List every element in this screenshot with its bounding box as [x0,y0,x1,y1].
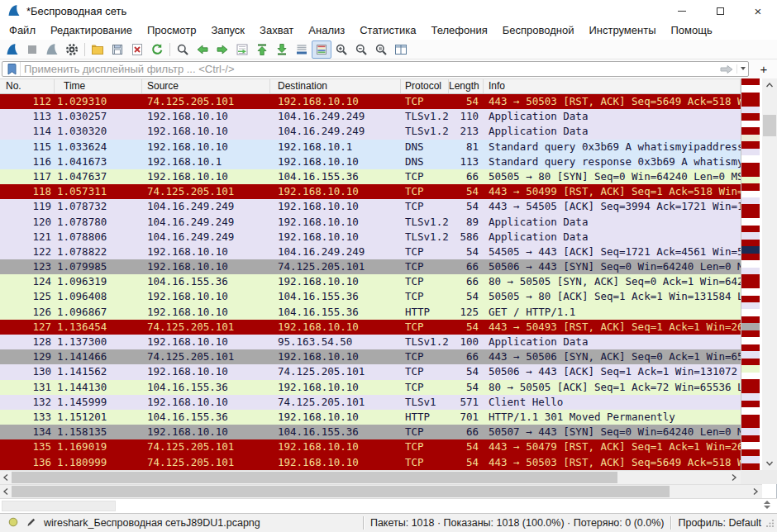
menu-item[interactable]: Захват [252,21,301,40]
packet-row[interactable]: 1131.030257192.168.10.10104.16.249.249TL… [0,109,741,124]
packet-row[interactable]: 1141.030320192.168.10.10104.16.249.249TL… [0,124,741,139]
cell-info: Application Data [484,335,741,349]
menu-item[interactable]: Анализ [301,21,352,40]
go-previous-icon[interactable] [193,40,212,59]
profile-label[interactable]: Профиль: Default [678,517,761,529]
go-first-icon[interactable] [252,40,272,59]
scroll-up-icon[interactable] [762,78,777,92]
menu-item[interactable]: Беспроводной [495,21,582,40]
packet-row[interactable]: 1331.151201104.16.155.36192.168.10.10HTT… [0,410,741,425]
expert-info-icon[interactable] [7,516,19,530]
open-file-icon[interactable] [88,40,107,59]
menu-item[interactable]: Редактирование [43,21,140,40]
cell-info: 443 → 50503 [RST, ACK] Seq=5649 Ack=518 … [484,455,741,470]
filter-bookmark-icon[interactable] [2,62,21,76]
filter-add-button[interactable]: + [756,62,772,76]
packet-list-header: No.TimeSourceDestinationProtocolLengthIn… [0,78,741,94]
pane-spin-control[interactable] [764,501,770,509]
column-header-no[interactable]: No. [0,79,55,93]
packet-list-horizontal-scrollbar[interactable] [0,470,741,484]
packet-row[interactable]: 1201.078780104.16.249.249192.168.10.10TL… [0,215,741,230]
main-toolbar [0,40,777,59]
packet-row[interactable]: 1211.078806104.16.249.249192.168.10.10TL… [0,230,741,245]
column-header-source[interactable]: Source [142,79,270,93]
display-filter-field[interactable] [2,61,749,77]
scroll-left-icon[interactable] [0,471,12,484]
packet-row[interactable]: 1291.14146674.125.205.101192.168.10.10TC… [0,349,741,364]
cell-info: 443 → 50506 [SYN, ACK] Seq=0 Ack=1 Win=6… [484,349,741,364]
packet-row[interactable]: 1191.078732104.16.249.249192.168.10.10TC… [0,199,741,214]
go-next-icon[interactable] [212,40,232,59]
close-file-icon[interactable] [127,40,147,59]
capture-options-icon[interactable] [62,40,82,59]
packet-row[interactable]: 1121.02931074.125.205.101192.168.10.10TC… [0,94,741,109]
minimap-stripe [741,323,760,330]
menu-item[interactable]: Помощь [664,21,720,40]
vertical-scrollbar-thumb[interactable] [763,115,776,136]
find-packet-icon[interactable] [173,40,193,59]
packet-row[interactable]: 1311.144130104.16.155.36192.168.10.10TCP… [0,380,741,395]
packet-row[interactable]: 1301.141562192.168.10.1074.125.205.101TC… [0,364,741,379]
packet-row[interactable]: 1231.079985192.168.10.1074.125.205.101TC… [0,259,741,274]
cell-source: 192.168.10.10 [142,109,270,124]
packet-row[interactable]: 1251.096408192.168.10.10104.16.155.36TCP… [0,289,741,304]
menu-item[interactable]: Телефония [423,21,494,40]
start-capture-icon[interactable] [2,40,22,59]
packet-row[interactable]: 1161.041673192.168.10.1192.168.10.10DNS1… [0,154,741,169]
secondary-horizontal-scrollbar[interactable] [0,484,762,498]
column-header-protocol[interactable]: Protocol [401,79,449,93]
close-button[interactable]: × [739,0,777,21]
column-header-time[interactable]: Time [55,79,142,93]
resize-grip[interactable] [766,518,775,530]
scroll-right-icon[interactable] [750,485,761,498]
filter-dropdown-caret[interactable] [736,64,748,74]
collapsed-pane-handle[interactable] [2,501,116,511]
scroll-down-icon[interactable] [762,457,777,470]
menu-item[interactable]: Файл [2,21,43,40]
packet-row[interactable]: 1151.033624192.168.10.10192.168.10.1DNS8… [0,140,741,154]
packet-row[interactable]: 1181.05731174.125.205.101192.168.10.10TC… [0,184,741,199]
display-filter-input[interactable] [21,63,717,75]
packet-row[interactable]: 1271.13645474.125.205.101192.168.10.10TC… [0,320,741,335]
zoom-out-icon[interactable] [351,40,371,59]
zoom-in-icon[interactable] [331,40,351,59]
filter-apply-icon[interactable] [717,64,736,74]
cell-time: 1.145999 [55,395,142,410]
maximize-button[interactable] [701,0,739,21]
scroll-right-icon[interactable] [728,471,740,484]
menu-item[interactable]: Инструменты [581,21,663,40]
vertical-scrollbar[interactable] [762,78,777,470]
stop-capture-icon[interactable] [22,40,42,59]
packet-row[interactable]: 1281.137300192.168.10.1095.163.54.50TLSv… [0,335,741,349]
column-header-length[interactable]: Length [449,79,484,93]
horizontal-scrollbar-thumb[interactable] [12,486,670,497]
save-file-icon[interactable] [107,40,127,59]
go-last-icon[interactable] [272,40,292,59]
cell-source: 74.125.205.101 [142,349,270,364]
packet-row[interactable]: 1171.047637192.168.10.10104.16.155.36TCP… [0,169,741,184]
intelligent-scrollbar-minimap[interactable] [741,78,762,470]
resize-columns-icon[interactable] [391,40,411,59]
menu-item[interactable]: Статистика [352,21,423,40]
packet-row[interactable]: 1221.078822192.168.10.10104.16.249.249TC… [0,245,741,259]
menu-item[interactable]: Запуск [203,21,252,40]
scroll-left-icon[interactable] [0,485,12,498]
packet-row[interactable]: 1321.145999192.168.10.1074.125.205.101TL… [0,395,741,410]
column-header-info[interactable]: Info [484,79,741,93]
colorize-icon[interactable] [312,40,331,59]
column-header-destination[interactable]: Destination [270,79,401,93]
menu-item[interactable]: Просмотр [140,21,203,40]
restart-capture-icon[interactable] [42,40,62,59]
go-to-packet-icon[interactable] [232,40,252,59]
minimize-button[interactable] [663,0,701,21]
packet-row[interactable]: 1361.18099974.125.205.101192.168.10.10TC… [0,455,741,470]
packet-row[interactable]: 1241.096319104.16.155.36192.168.10.10TCP… [0,274,741,289]
zoom-original-icon[interactable] [371,40,391,59]
horizontal-scrollbar-thumb[interactable] [12,472,617,483]
packet-row[interactable]: 1351.16901974.125.205.101192.168.10.10TC… [0,439,741,454]
reload-file-icon[interactable] [147,40,167,59]
packet-row[interactable]: 1261.096867192.168.10.10104.16.155.36HTT… [0,305,741,320]
packet-row[interactable]: 1341.158135192.168.10.10104.16.155.36TCP… [0,425,741,439]
capture-comment-icon[interactable] [26,516,37,530]
auto-scroll-icon[interactable] [292,40,312,59]
